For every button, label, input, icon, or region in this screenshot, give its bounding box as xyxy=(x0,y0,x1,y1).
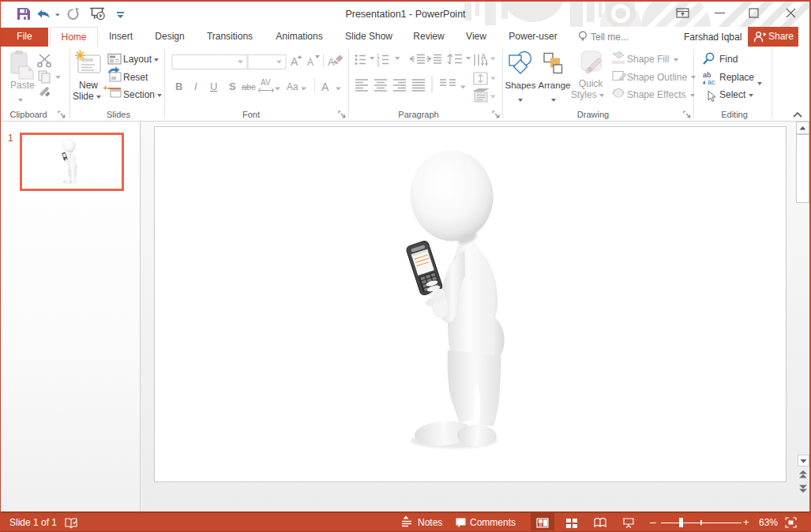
svg-text:3: 3 xyxy=(377,62,380,67)
svg-text:AV: AV xyxy=(261,78,271,87)
svg-text:S: S xyxy=(229,81,236,92)
svg-text:U: U xyxy=(210,81,217,92)
svg-text:ac: ac xyxy=(708,78,715,86)
svg-text:A: A xyxy=(307,57,314,68)
svg-text:B: B xyxy=(175,81,182,92)
svg-text:A: A xyxy=(481,53,486,62)
svg-text:Aa: Aa xyxy=(287,81,298,92)
svg-text:I: I xyxy=(194,81,197,92)
svg-text:abc: abc xyxy=(242,82,256,92)
svg-text:A: A xyxy=(328,56,335,68)
svg-text:A: A xyxy=(321,81,329,93)
svg-text:A: A xyxy=(291,55,298,68)
